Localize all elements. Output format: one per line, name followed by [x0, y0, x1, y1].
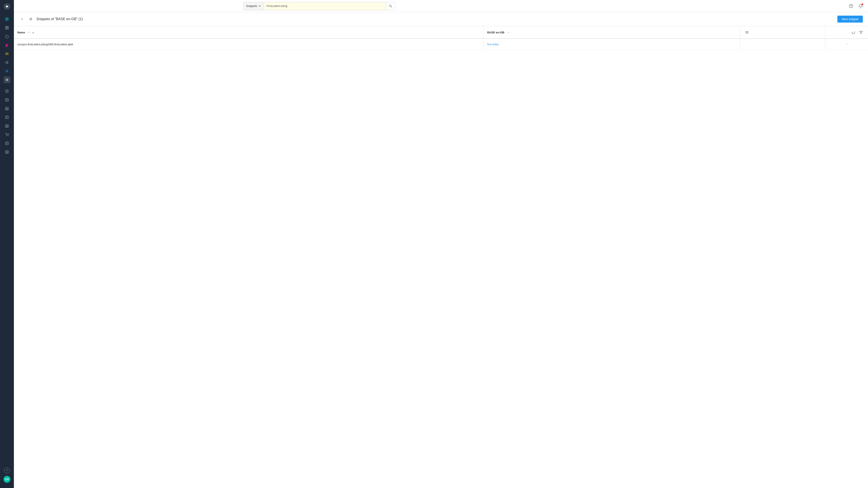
sidebar-item-settings[interactable] [3, 76, 10, 83]
svg-rect-5 [7, 26, 8, 28]
name-column-menu[interactable]: ··· [28, 31, 30, 34]
sidebar-item-users[interactable] [3, 42, 10, 48]
locale-column-label: BASE en-GB [487, 31, 504, 34]
page-header-left: Snippets of "BASE en-GB" (1) [19, 16, 83, 22]
refresh-button[interactable] [850, 29, 857, 36]
sidebar-item-store5[interactable] [3, 140, 10, 147]
snippet-locale-value: first letter [487, 43, 499, 46]
sidebar-item-cart[interactable] [3, 131, 10, 138]
snippet-row-menu-cell: ··· [825, 39, 868, 50]
sidebar-item-catalog[interactable] [3, 33, 10, 40]
chevron-down-icon [258, 5, 261, 7]
svg-rect-20 [5, 108, 8, 110]
svg-rect-6 [5, 28, 7, 29]
snippet-locale-cell: first letter [484, 39, 740, 50]
search-icon [389, 4, 392, 8]
help-topbar-button[interactable] [848, 3, 854, 9]
svg-point-3 [6, 19, 8, 20]
table-row: compra.firstLetterListingSW6.firstLetter… [14, 39, 868, 50]
sidebar-item-tools[interactable] [3, 68, 10, 75]
settings-page-button[interactable] [28, 16, 34, 22]
svg-rect-30 [5, 152, 8, 153]
svg-rect-31 [6, 152, 8, 153]
page-header: Snippets of "BASE en-GB" (1) New snippet [14, 12, 868, 26]
user-avatar[interactable]: CG [3, 476, 10, 483]
search-type-dropdown[interactable]: Snippets [244, 2, 264, 10]
svg-point-1 [6, 6, 8, 7]
sidebar-item-dashboard[interactable] [3, 15, 10, 23]
content-area: Snippets of "BASE en-GB" (1) New snippet… [14, 12, 868, 488]
new-snippet-button[interactable]: New snippet [837, 15, 863, 23]
svg-rect-25 [6, 126, 8, 127]
name-column-label: Name [18, 31, 25, 34]
sidebar: ? CG [0, 0, 14, 488]
sidebar-item-marketing[interactable] [3, 59, 10, 66]
columns-toggle-button[interactable] [743, 29, 750, 36]
sidebar-item-store3[interactable] [3, 113, 10, 121]
sort-descending-icon[interactable]: ▲ [32, 31, 34, 34]
row-menu-button[interactable]: ··· [844, 42, 849, 46]
snippets-table: Name ··· ▲ BASE en-GB ··· [14, 26, 868, 50]
snippet-name-value: compra.firstLetterListingSW6.firstLetter… [18, 43, 73, 46]
snippets-table-container: Name ··· ▲ BASE en-GB ··· [14, 26, 868, 488]
snippet-actions-cell [740, 39, 826, 50]
page-title: Snippets of "BASE en-GB" (1) [36, 17, 83, 21]
svg-point-9 [7, 44, 8, 45]
notification-badge [862, 3, 863, 5]
sidebar-item-store1[interactable] [3, 96, 10, 103]
locale-column-menu[interactable]: ··· [507, 31, 509, 34]
actions-column-header [740, 26, 826, 39]
main-content: Snippets [14, 0, 868, 488]
snippet-name-cell: compra.firstLetterListingSW6.firstLetter… [14, 39, 484, 50]
sidebar-item-store2[interactable] [3, 105, 10, 112]
svg-point-32 [389, 5, 391, 7]
back-button[interactable] [19, 16, 25, 22]
locale-column-header: BASE en-GB ··· [484, 26, 740, 39]
topbar-right [848, 3, 864, 9]
sidebar-item-content[interactable] [3, 24, 10, 31]
search-type-label: Snippets [246, 4, 257, 8]
sidebar-bottom: ? CG [3, 467, 10, 485]
svg-point-8 [6, 44, 7, 45]
sidebar-item-store4[interactable] [3, 122, 10, 129]
svg-point-27 [8, 135, 8, 136]
svg-rect-21 [6, 109, 8, 110]
table-header-row: Name ··· ▲ BASE en-GB ··· [14, 26, 868, 39]
sidebar-item-add[interactable] [3, 88, 10, 95]
search-button[interactable] [386, 2, 395, 10]
name-column-header: Name ··· ▲ [14, 26, 484, 39]
svg-point-14 [6, 79, 8, 80]
sidebar-item-store6[interactable] [3, 148, 10, 155]
search-input[interactable] [264, 2, 386, 10]
svg-point-26 [6, 135, 7, 136]
svg-point-13 [6, 70, 8, 72]
sidebar-item-orders[interactable] [3, 50, 10, 57]
help-button[interactable]: ? [4, 467, 10, 473]
refresh-filter-column-header [825, 26, 868, 39]
svg-point-36 [30, 19, 31, 20]
search-area: Snippets [243, 2, 395, 10]
app-logo[interactable] [3, 3, 11, 10]
topbar: Snippets [14, 0, 868, 12]
filter-button[interactable] [858, 29, 865, 36]
svg-rect-4 [5, 26, 7, 28]
svg-line-33 [391, 6, 392, 7]
svg-rect-7 [7, 28, 8, 29]
notifications-button[interactable] [858, 3, 864, 9]
svg-rect-24 [5, 126, 8, 127]
